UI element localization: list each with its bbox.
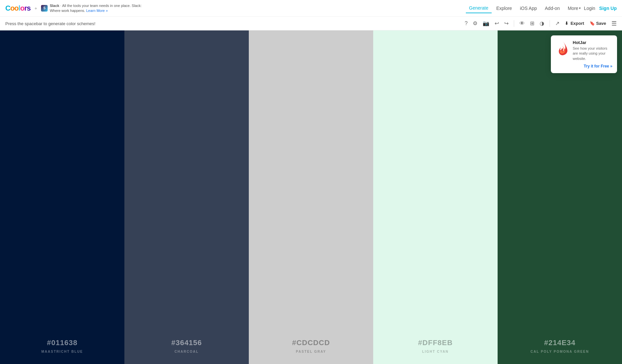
eye-icon[interactable]: 👁 xyxy=(519,21,525,26)
color-swatch-4[interactable]: #214E34 CAL POLY POMONA GREEN HotJar See… xyxy=(498,30,622,364)
hotjar-cta-link[interactable]: Try it for Free » xyxy=(555,64,612,68)
color-swatch-3[interactable]: #DFF8EB LIGHT CYAN xyxy=(373,30,498,364)
nav-addon[interactable]: Add-on xyxy=(542,4,563,13)
signup-button[interactable]: Sign Up xyxy=(599,6,617,11)
slack-text: Slack · All the tools your team needs in… xyxy=(50,3,142,13)
color-swatch-1[interactable]: #364156 CHARCOAL xyxy=(124,30,249,364)
nav-center: Generate Explore iOS App Add-on More ▾ xyxy=(466,3,584,13)
nav-generate[interactable]: Generate xyxy=(466,3,492,13)
color-hex-0: #011638 xyxy=(47,339,78,347)
hotjar-popup: HotJar See how your visitors are really … xyxy=(551,35,617,73)
color-swatch-0[interactable]: #011638 MAASTRICHT BLUE xyxy=(0,30,124,364)
nav-plus: + xyxy=(34,6,37,11)
coolors-logo[interactable]: Coolors xyxy=(5,4,30,13)
hotjar-text: HotJar See how your visitors are really … xyxy=(573,40,612,61)
hotjar-flame-icon xyxy=(555,40,569,57)
nav-left: Coolors + S Slack · All the tools your t… xyxy=(5,3,466,13)
color-name-4: CAL POLY POMONA GREEN xyxy=(530,350,589,353)
nav-explore[interactable]: Explore xyxy=(493,4,515,13)
grid-icon[interactable]: ⊞ xyxy=(530,20,534,26)
export-icon: ⬇ xyxy=(565,21,568,26)
toolbar-divider xyxy=(514,20,514,27)
color-name-2: PASTEL GRAY xyxy=(296,350,326,353)
hotjar-title: HotJar xyxy=(573,40,612,45)
color-hex-4: #214E34 xyxy=(544,339,575,347)
login-button[interactable]: Login xyxy=(584,6,595,11)
save-button[interactable]: 🔖 Save xyxy=(590,21,606,26)
chevron-down-icon: ▾ xyxy=(579,6,581,10)
navigation: Coolors + S Slack · All the tools your t… xyxy=(0,0,622,17)
bookmark-icon: 🔖 xyxy=(590,21,595,26)
settings-icon[interactable]: ⚙ xyxy=(473,20,477,26)
export-button[interactable]: ⬇ Export xyxy=(565,21,584,26)
color-swatch-2[interactable]: #CDCDCD PASTEL GRAY xyxy=(249,30,373,364)
help-icon[interactable]: ? xyxy=(465,21,468,26)
color-hex-3: #DFF8EB xyxy=(418,339,453,347)
export-label: Export xyxy=(570,21,584,26)
hotjar-inner: HotJar See how your visitors are really … xyxy=(555,40,612,61)
learn-more-link[interactable]: Learn More » xyxy=(86,9,108,13)
color-palette: #011638 MAASTRICHT BLUE #364156 CHARCOAL… xyxy=(0,30,622,364)
toolbar-right: ? ⚙ 📷 ↩ ↪ 👁 ⊞ ◑ ↗ ⬇ Export 🔖 Save ☰ xyxy=(465,20,617,27)
nav-more[interactable]: More ▾ xyxy=(564,4,584,13)
toolbar-left: Press the spacebar to generate color sch… xyxy=(5,21,465,26)
slack-badge: S Slack · All the tools your team needs … xyxy=(41,3,142,13)
save-label: Save xyxy=(596,21,606,26)
toolbar-divider-2 xyxy=(550,20,550,27)
color-name-1: CHARCOAL xyxy=(174,350,199,353)
slack-icon: S xyxy=(41,5,48,12)
redo-icon[interactable]: ↪ xyxy=(504,20,509,26)
undo-icon[interactable]: ↩ xyxy=(495,20,499,26)
color-hex-1: #364156 xyxy=(171,339,202,347)
toolbar: Press the spacebar to generate color sch… xyxy=(0,17,622,30)
nav-right: Login Sign Up xyxy=(584,6,617,11)
contrast-icon[interactable]: ◑ xyxy=(540,20,544,26)
color-name-0: MAASTRICHT BLUE xyxy=(41,350,83,353)
hotjar-description: See how your visitors are really using y… xyxy=(573,46,612,61)
camera-icon[interactable]: 📷 xyxy=(483,20,489,26)
nav-ios-app[interactable]: iOS App xyxy=(516,4,540,13)
spacebar-hint: Press the spacebar to generate color sch… xyxy=(5,21,95,26)
color-name-3: LIGHT CYAN xyxy=(422,350,449,353)
color-hex-2: #CDCDCD xyxy=(292,339,330,347)
share-icon[interactable]: ↗ xyxy=(555,20,559,26)
menu-icon[interactable]: ☰ xyxy=(611,20,617,27)
